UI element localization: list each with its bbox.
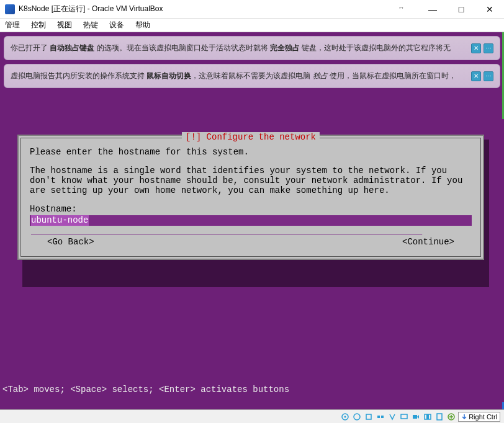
guest-additions-icon[interactable] xyxy=(446,412,456,422)
banner-dismiss-icon[interactable]: ✕ xyxy=(471,43,481,53)
window-title: K8sNode [正在运行] - Oracle VM VirtualBox xyxy=(19,4,163,14)
close-button[interactable]: ✕ xyxy=(475,0,504,19)
svg-rect-3 xyxy=(366,414,371,419)
banner-suppress-icon[interactable]: ⋯ xyxy=(484,71,493,81)
statusbar: Right Ctrl xyxy=(0,409,504,423)
svg-rect-4 xyxy=(377,416,380,418)
optical-disk-icon[interactable] xyxy=(352,412,362,422)
installer-title: [!] Configure the network xyxy=(182,132,320,142)
minimize-button[interactable]: — xyxy=(418,0,447,19)
svg-rect-10 xyxy=(437,414,442,420)
recording-icon[interactable] xyxy=(411,412,421,422)
installer-prompt: Please enter the hostname for this syste… xyxy=(30,147,472,157)
svg-rect-6 xyxy=(401,414,407,419)
clipboard-icon[interactable] xyxy=(434,412,444,422)
svg-point-1 xyxy=(344,416,346,417)
svg-rect-5 xyxy=(381,416,384,418)
host-key-label: Right Ctrl xyxy=(469,412,497,421)
info-banner-text: 你已打开了 自动独占键盘 的选项。现在当该虚拟电脑窗口处于活动状态时就将 完全独… xyxy=(11,43,466,53)
resize-indicator-icon: ↔ xyxy=(398,4,405,11)
vm-display-area[interactable]: 你已打开了 自动独占键盘 的选项。现在当该虚拟电脑窗口处于活动状态时就将 完全独… xyxy=(0,32,504,409)
menu-devices[interactable]: 设备 xyxy=(109,20,124,30)
info-banner-text: 虚拟电脑报告其内所安装的操作系统支持 鼠标自动切换，这意味着鼠标不需要为该虚拟电… xyxy=(11,71,466,81)
shared-folder-icon[interactable] xyxy=(387,412,397,422)
menu-view[interactable]: 视图 xyxy=(57,20,72,30)
continue-button[interactable]: <Continue> xyxy=(402,237,454,247)
menu-control[interactable]: 控制 xyxy=(31,20,46,30)
window-controls: — □ ✕ xyxy=(418,0,504,19)
banner-dismiss-icon[interactable]: ✕ xyxy=(471,71,481,81)
info-banner-keyboard: 你已打开了 自动独占键盘 的选项。现在当该虚拟电脑窗口处于活动状态时就将 完全独… xyxy=(4,36,500,60)
installer-description: The hostname is a single word that ident… xyxy=(30,166,472,195)
app-icon xyxy=(5,4,15,14)
display-icon[interactable] xyxy=(399,412,409,422)
usb-icon[interactable] xyxy=(364,412,374,422)
installer-dialog: [!] Configure the network Please enter t… xyxy=(17,135,484,260)
hostname-label: Hostname: xyxy=(30,204,472,214)
hard-disk-icon[interactable] xyxy=(340,412,350,422)
installer-help-text: <Tab> moves; <Space> selects; <Enter> ac… xyxy=(2,385,289,394)
audio-icon[interactable] xyxy=(423,412,433,422)
menu-hotkey[interactable]: 热键 xyxy=(83,20,98,30)
hostname-input[interactable]: ubuntu-node_____________________________… xyxy=(30,215,472,226)
svg-rect-9 xyxy=(426,414,429,419)
banner-suppress-icon[interactable]: ⋯ xyxy=(484,43,493,53)
menu-manage[interactable]: 管理 xyxy=(5,20,20,30)
network-icon[interactable] xyxy=(376,412,385,422)
menubar: 管理 控制 视图 热键 设备 帮助 xyxy=(0,19,504,32)
maximize-button[interactable]: □ xyxy=(447,0,475,19)
info-banner-mouse: 虚拟电脑报告其内所安装的操作系统支持 鼠标自动切换，这意味着鼠标不需要为该虚拟电… xyxy=(4,64,500,88)
svg-point-2 xyxy=(354,414,360,420)
svg-rect-7 xyxy=(413,415,417,419)
menu-help[interactable]: 帮助 xyxy=(135,20,150,30)
go-back-button[interactable]: <Go Back> xyxy=(47,237,94,247)
host-key-indicator[interactable]: Right Ctrl xyxy=(458,412,500,422)
arrow-down-icon xyxy=(461,414,467,420)
hostname-value: ubuntu-node xyxy=(31,215,89,226)
window-titlebar: K8sNode [正在运行] - Oracle VM VirtualBox ↔ … xyxy=(0,0,504,19)
